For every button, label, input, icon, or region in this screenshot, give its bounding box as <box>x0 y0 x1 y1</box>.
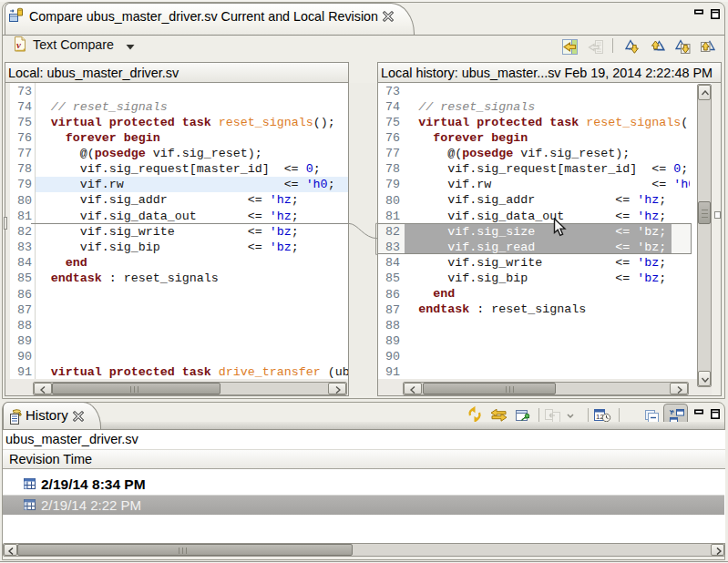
svg-text:v: v <box>16 39 21 50</box>
